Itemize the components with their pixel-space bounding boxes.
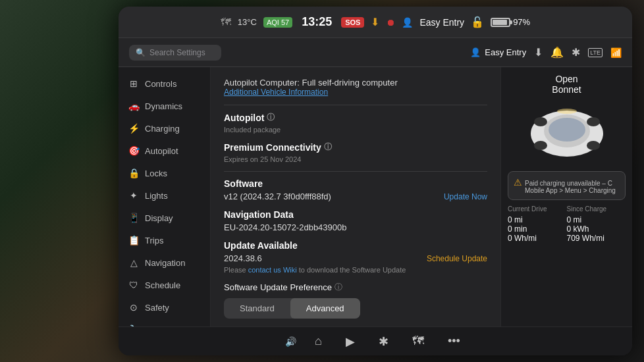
more-icon[interactable]: ••• xyxy=(443,332,466,351)
sidebar-label-trips: Trips xyxy=(145,236,163,246)
open-bonnet-button[interactable]: Open Bonnet xyxy=(552,74,581,95)
update-note: Please contact us Wiki to download the S… xyxy=(224,266,487,274)
sidebar-item-dynamics[interactable]: 🚗 Dynamics xyxy=(119,95,210,117)
since-charge-kwh: 0 kWh xyxy=(567,224,626,234)
autopilot-value: Included package xyxy=(224,126,487,134)
sidebar-item-lights[interactable]: ✦ Lights xyxy=(119,184,210,207)
preference-info-icon: ⓘ xyxy=(335,282,342,293)
preference-buttons: Standard Advanced xyxy=(224,298,360,319)
pref-standard-button[interactable]: Standard xyxy=(224,298,290,319)
connectivity-expiry: Expires on 25 Nov 2024 xyxy=(224,155,487,163)
svg-point-4 xyxy=(587,117,600,126)
autopilot-section: Autopilot ⓘ Included package xyxy=(224,112,487,134)
bluetooth-icon[interactable]: ✱ xyxy=(572,46,580,59)
vehicle-info-link[interactable]: Additional Vehicle Information xyxy=(224,88,487,97)
update-available-header: Update Available xyxy=(224,240,487,251)
sidebar-item-schedule[interactable]: 🛡 Schedule xyxy=(119,274,210,296)
software-version-row: v12 (2024.32.7 3f0d0fff88fd) Update Now xyxy=(224,192,487,201)
media-icon[interactable]: ▶ xyxy=(340,332,360,351)
preference-label-text: Software Update Preference xyxy=(224,282,332,292)
current-drive-whmi: 0 Wh/mi xyxy=(508,234,567,243)
nav-data-header: Navigation Data xyxy=(224,209,487,220)
preference-label: Software Update Preference ⓘ xyxy=(224,282,487,293)
home-icon[interactable]: ⌂ xyxy=(309,332,327,351)
current-drive-col: Current Drive 0 mi 0 min 0 Wh/mi xyxy=(508,205,567,243)
nav-easy-entry[interactable]: 👤 Easy Entry xyxy=(470,47,526,57)
connectivity-section: Premium Connectivity ⓘ Expires on 25 Nov… xyxy=(224,142,487,163)
sidebar-label-safety: Safety xyxy=(145,303,169,313)
sidebar-label-display: Display xyxy=(145,213,173,223)
sidebar-item-autopilot[interactable]: 🎯 Autopilot xyxy=(119,140,210,162)
battery-percent: 97% xyxy=(513,17,530,27)
update-now-button[interactable]: Update Now xyxy=(444,192,487,201)
update-version: 2024.38.6 xyxy=(224,253,262,263)
update-note2-text: to download the Software Update xyxy=(299,266,406,274)
drive-stats-section: Current Drive 0 mi 0 min 0 Wh/mi Since C… xyxy=(508,205,626,243)
sidebar-label-charging: Charging xyxy=(145,124,180,134)
sidebar-label-locks: Locks xyxy=(145,168,167,178)
lock-icon: 🔓 xyxy=(471,16,484,28)
connectivity-header: Premium Connectivity ⓘ xyxy=(224,142,487,153)
pref-advanced-button[interactable]: Advanced xyxy=(290,298,360,319)
autopilot-computer-text: Autopilot Computer: Full self-driving co… xyxy=(224,78,487,88)
bluetooth-taskbar-icon[interactable]: ✱ xyxy=(373,332,394,351)
svg-point-2 xyxy=(549,118,585,142)
lte-badge: LTE xyxy=(588,48,603,57)
car-image xyxy=(508,100,626,166)
sidebar-label-controls: Controls xyxy=(145,79,176,89)
navigation-icon: △ xyxy=(128,257,140,268)
volume-icon: 🔊 xyxy=(285,336,296,347)
autopilot-computer-section: Autopilot Computer: Full self-driving co… xyxy=(224,78,487,97)
since-charge-whmi: 709 Wh/mi xyxy=(567,234,626,243)
locks-icon: 🔒 xyxy=(128,168,140,178)
download-nav-icon[interactable]: ⬇ xyxy=(534,46,543,59)
software-version: v12 (2024.32.7 3f0d0fff88fd) xyxy=(224,192,331,201)
warning-icon: ⚠ xyxy=(514,177,522,188)
bell-icon[interactable]: 🔔 xyxy=(550,46,564,59)
sidebar-item-safety[interactable]: ⊙ Safety xyxy=(119,296,210,319)
autopilot-header: Autopilot ⓘ xyxy=(224,112,487,123)
search-placeholder: Search Settings xyxy=(149,48,205,57)
search-box[interactable]: 🔍 Search Settings xyxy=(129,45,221,61)
status-bar: 🗺 13°C AQI 57 13:25 SOS ⬇ ⏺ 👤 Easy Entry… xyxy=(119,7,632,38)
main-content: ⊞ Controls 🚗 Dynamics ⚡ Charging 🎯 Autop… xyxy=(119,67,632,326)
sidebar-item-navigation[interactable]: △ Navigation xyxy=(119,251,210,274)
sidebar-item-trips[interactable]: 📋 Trips xyxy=(119,229,210,251)
update-link[interactable]: contact us Wiki xyxy=(248,266,297,274)
sidebar-item-display[interactable]: 📱 Display xyxy=(119,207,210,229)
sidebar-label-navigation: Navigation xyxy=(145,258,185,268)
sidebar-item-charging[interactable]: ⚡ Charging xyxy=(119,117,210,140)
divider-1 xyxy=(224,105,487,105)
sidebar-item-controls[interactable]: ⊞ Controls xyxy=(119,72,210,95)
time-display: 13:25 xyxy=(302,15,332,29)
taskbar: 🔊 ⌂ ▶ ✱ 🗺 ••• xyxy=(119,326,632,355)
maps-icon[interactable]: 🗺 xyxy=(407,332,429,351)
sidebar-item-service[interactable]: 🔧 Service xyxy=(119,319,210,326)
easy-entry-status[interactable]: Easy Entry xyxy=(419,17,464,28)
car-panel: Open Bonnet xyxy=(500,67,632,326)
autopilot-icon: 🎯 xyxy=(128,145,140,156)
content-panel: Autopilot Computer: Full self-driving co… xyxy=(211,67,500,326)
main-screen: 🗺 13°C AQI 57 13:25 SOS ⬇ ⏺ 👤 Easy Entry… xyxy=(119,7,632,355)
nav-data-section: Navigation Data EU-2024.20-15072-2dbb439… xyxy=(224,209,487,232)
autopilot-label: Autopilot xyxy=(224,113,264,123)
schedule-update-button[interactable]: Schedule Update xyxy=(427,254,487,263)
sidebar-item-locks[interactable]: 🔒 Locks xyxy=(119,162,210,184)
safety-icon: ⊙ xyxy=(128,302,140,313)
software-header: Software xyxy=(224,178,487,189)
map-icon: 🗺 xyxy=(221,16,231,28)
update-version-row: 2024.38.6 Schedule Update xyxy=(224,253,487,263)
display-icon: 📱 xyxy=(128,213,140,223)
sidebar-label-autopilot: Autopilot xyxy=(145,146,178,156)
battery-indicator: 97% xyxy=(491,17,530,27)
sos-badge: SOS xyxy=(341,17,364,28)
nav-data-value: EU-2024.20-15072-2dbb43900b xyxy=(224,222,487,232)
warning-text: Paid charging unavailable – C Mobile App… xyxy=(525,180,616,194)
air-quality-badge: AQI 57 xyxy=(263,17,292,28)
volume-control[interactable]: 🔊 xyxy=(285,336,296,347)
trips-icon: 📋 xyxy=(128,235,140,246)
sidebar-label-dynamics: Dynamics xyxy=(145,101,182,111)
svg-point-7 xyxy=(557,109,577,114)
current-drive-min: 0 min xyxy=(508,224,567,234)
since-charge-mi: 0 mi xyxy=(567,215,626,224)
